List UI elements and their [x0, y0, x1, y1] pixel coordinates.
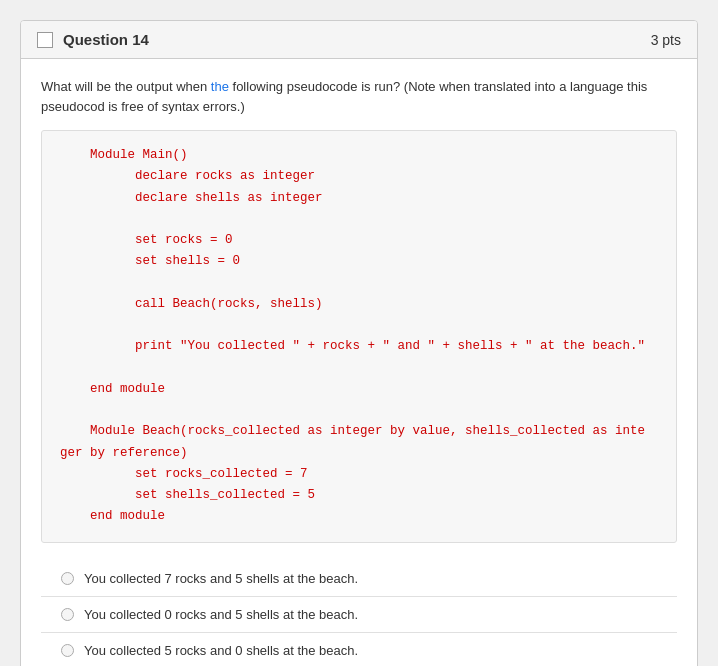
answer-option-a[interactable]: You collected 7 rocks and 5 shells at th…	[41, 561, 677, 597]
question-checkbox[interactable]	[37, 32, 53, 48]
highlight-the: the	[211, 79, 229, 94]
answer-option-c[interactable]: You collected 5 rocks and 0 shells at th…	[41, 633, 677, 667]
question-title: Question 14	[63, 31, 149, 48]
question-body: What will be the output when the followi…	[21, 59, 697, 666]
answer-label-a: You collected 7 rocks and 5 shells at th…	[84, 571, 358, 586]
question-points: 3 pts	[651, 32, 681, 48]
question-card: Question 14 3 pts What will be the outpu…	[20, 20, 698, 666]
question-header: Question 14 3 pts	[21, 21, 697, 59]
radio-c[interactable]	[61, 644, 74, 657]
radio-a[interactable]	[61, 572, 74, 585]
question-text: What will be the output when the followi…	[41, 77, 677, 116]
answers-section: You collected 7 rocks and 5 shells at th…	[41, 561, 677, 667]
question-header-left: Question 14	[37, 31, 149, 48]
radio-b[interactable]	[61, 608, 74, 621]
answer-label-c: You collected 5 rocks and 0 shells at th…	[84, 643, 358, 658]
answer-label-b: You collected 0 rocks and 5 shells at th…	[84, 607, 358, 622]
code-block: Module Main() declare rocks as integer d…	[41, 130, 677, 543]
answer-option-b[interactable]: You collected 0 rocks and 5 shells at th…	[41, 597, 677, 633]
